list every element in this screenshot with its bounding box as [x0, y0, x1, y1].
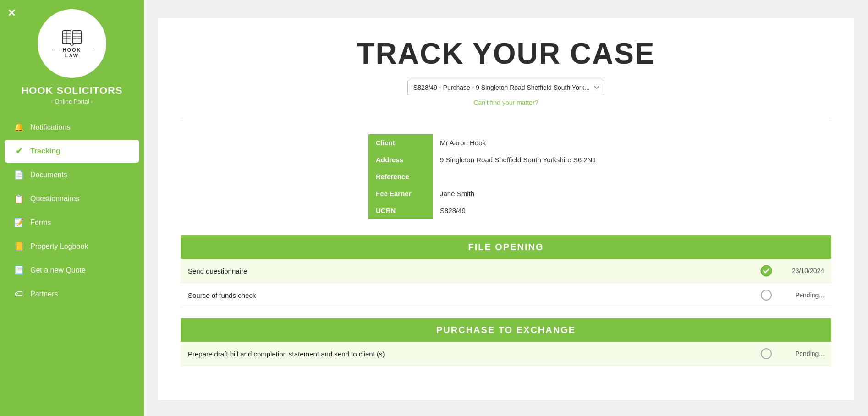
sidebar-item-tracking[interactable]: ✔ Tracking: [5, 140, 139, 163]
nav-label-property-logbook: Property Logbook: [30, 242, 88, 251]
client-value: Jane Smith: [433, 185, 643, 202]
task-row: Source of funds checkPending...: [181, 283, 831, 307]
svg-point-10: [761, 265, 772, 276]
matter-select-wrap: S828/49 - Purchase - 9 Singleton Road Sh…: [181, 80, 831, 106]
task-name: Send questionnaire: [188, 267, 760, 275]
sidebar-item-notifications[interactable]: 🔔 Notifications: [5, 116, 139, 139]
page-title: TRACK YOUR CASE: [181, 37, 831, 71]
nav-label-forms: Forms: [30, 219, 51, 227]
nav-label-notifications: Notifications: [30, 123, 70, 131]
task-complete-icon: [760, 264, 773, 277]
nav-icon-notifications: 🔔: [14, 122, 24, 132]
close-button[interactable]: ✕: [7, 7, 16, 19]
main-content: TRACK YOUR CASE S828/49 - Purchase - 9 S…: [144, 0, 868, 416]
nav-label-documents: Documents: [30, 171, 67, 179]
section-purchase-to-exchange: PURCHASE TO EXCHANGEPrepare draft bill a…: [181, 318, 831, 366]
client-row-ucrn: UCRN S828/49: [368, 202, 643, 219]
task-pending-icon: [760, 289, 773, 301]
sidebar-item-forms[interactable]: 📝 Forms: [5, 211, 139, 234]
sections-container: FILE OPENINGSend questionnaire 23/10/202…: [181, 235, 831, 366]
nav-icon-property-logbook: 📒: [14, 241, 24, 252]
client-label: Fee Earner: [368, 185, 433, 202]
logo-circle: HOOK LAW: [38, 9, 106, 78]
client-label: Address: [368, 151, 433, 168]
nav-icon-documents: 📄: [14, 170, 24, 180]
task-pending-icon: [760, 347, 773, 360]
sidebar-item-property-logbook[interactable]: 📒 Property Logbook: [5, 235, 139, 258]
cant-find-link[interactable]: Can't find your matter?: [473, 99, 538, 106]
client-label: UCRN: [368, 202, 433, 219]
nav-icon-partners: 🏷: [14, 289, 24, 299]
sidebar-item-get-quote[interactable]: 📃 Get a new Quote: [5, 259, 139, 282]
sidebar-item-documents[interactable]: 📄 Documents: [5, 164, 139, 186]
task-row: Prepare draft bill and completion statem…: [181, 342, 831, 366]
task-row: Send questionnaire 23/10/2024: [181, 259, 831, 283]
section-header-file-opening: FILE OPENING: [181, 235, 831, 259]
matter-select[interactable]: S828/49 - Purchase - 9 Singleton Road Sh…: [407, 80, 604, 95]
nav-label-partners: Partners: [30, 290, 58, 298]
client-row-address: Address 9 Singleton Road Sheffield South…: [368, 151, 643, 168]
logo-law-text: LAW: [65, 53, 79, 58]
divider: [181, 120, 831, 120]
sidebar: ✕ HOOK: [0, 0, 144, 416]
client-info: Client Mr Aaron HookAddress 9 Singleton …: [181, 134, 831, 219]
client-value: S828/49: [433, 202, 643, 219]
firm-subtitle: - Online Portal -: [51, 98, 93, 105]
section-file-opening: FILE OPENINGSend questionnaire 23/10/202…: [181, 235, 831, 307]
nav-icon-get-quote: 📃: [14, 265, 24, 275]
sidebar-item-questionnaires[interactable]: 📋 Questionnaires: [5, 187, 139, 210]
client-row-reference: Reference: [368, 168, 643, 185]
logo-book-icon: [61, 29, 83, 46]
nav-menu: 🔔 Notifications✔ Tracking📄 Documents📋 Qu…: [0, 116, 144, 306]
logo-hook-text: HOOK: [63, 47, 82, 53]
nav-icon-questionnaires: 📋: [14, 194, 24, 204]
client-label: Reference: [368, 168, 433, 185]
task-name: Source of funds check: [188, 291, 760, 299]
firm-name: HOOK SOLICITORS: [21, 85, 122, 96]
nav-label-get-quote: Get a new Quote: [30, 266, 86, 274]
task-date: Pending...: [778, 291, 824, 299]
client-value: Mr Aaron Hook: [433, 134, 643, 151]
content-area: TRACK YOUR CASE S828/49 - Purchase - 9 S…: [158, 18, 854, 400]
nav-label-tracking: Tracking: [30, 147, 60, 155]
task-date: Pending...: [778, 350, 824, 357]
client-row-fee-earner: Fee Earner Jane Smith: [368, 185, 643, 202]
client-row-client: Client Mr Aaron Hook: [368, 134, 643, 151]
sidebar-item-partners[interactable]: 🏷 Partners: [5, 283, 139, 305]
task-name: Prepare draft bill and completion statem…: [188, 350, 760, 358]
client-table: Client Mr Aaron HookAddress 9 Singleton …: [368, 134, 643, 219]
section-header-purchase-to-exchange: PURCHASE TO EXCHANGE: [181, 318, 831, 342]
nav-label-questionnaires: Questionnaires: [30, 195, 80, 203]
client-value: [433, 168, 643, 185]
client-label: Client: [368, 134, 433, 151]
client-value: 9 Singleton Road Sheffield South Yorkshi…: [433, 151, 643, 168]
nav-icon-forms: 📝: [14, 218, 24, 228]
task-date: 23/10/2024: [778, 267, 824, 274]
nav-icon-tracking: ✔: [14, 146, 24, 156]
